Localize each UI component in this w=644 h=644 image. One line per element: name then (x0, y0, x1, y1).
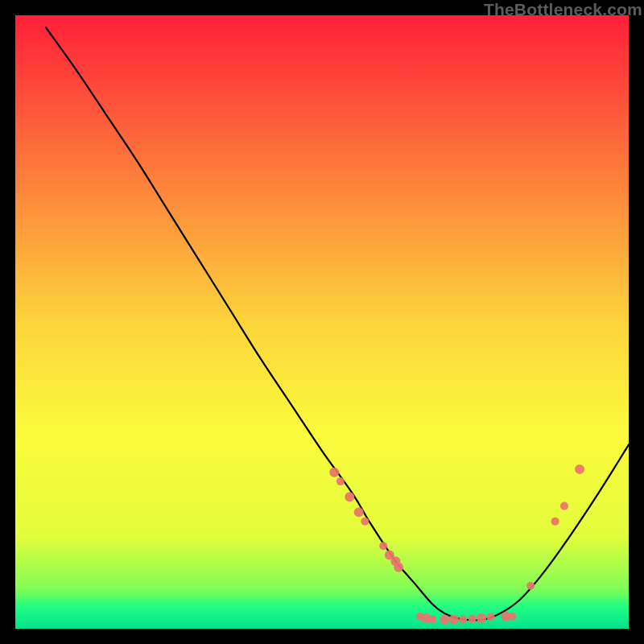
highlight-point (428, 616, 436, 624)
highlight-point (487, 613, 495, 621)
highlight-point (345, 492, 354, 502)
highlight-point (469, 615, 477, 623)
highlight-point (508, 613, 516, 621)
highlight-point (575, 464, 584, 474)
highlight-point (394, 563, 403, 572)
chart-background (15, 15, 629, 629)
highlight-point (526, 582, 535, 590)
highlight-point (449, 615, 459, 625)
highlight-point (361, 518, 369, 526)
highlight-point (336, 477, 345, 485)
highlight-point (459, 616, 467, 624)
highlight-point (379, 542, 387, 550)
highlight-point (560, 502, 568, 510)
highlight-point (329, 468, 339, 477)
chart-frame (15, 15, 629, 629)
highlight-point (477, 613, 486, 623)
highlight-point (551, 518, 559, 526)
bottleneck-chart (15, 15, 629, 629)
highlight-point (440, 615, 449, 625)
highlight-point (354, 507, 364, 517)
